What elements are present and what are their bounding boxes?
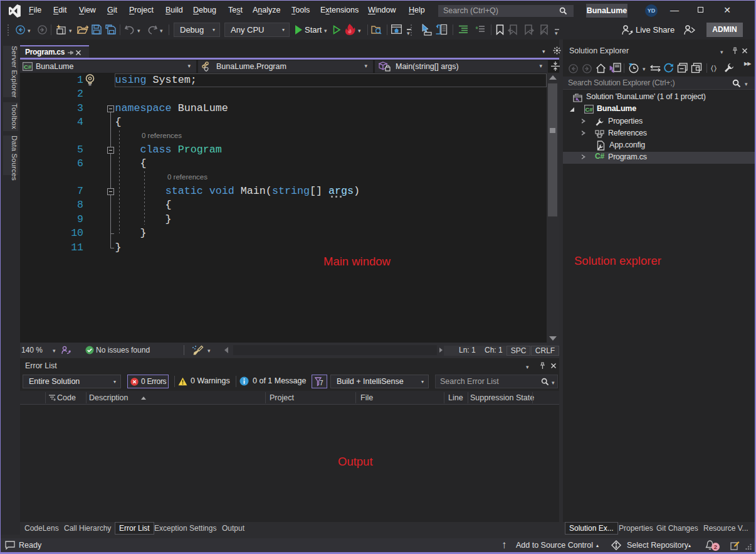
svg-text:C#: C# [24,63,32,70]
svg-text:*: * [475,26,479,34]
svg-text:C#: C# [585,106,594,113]
svg-text:7: 7 [320,380,323,386]
